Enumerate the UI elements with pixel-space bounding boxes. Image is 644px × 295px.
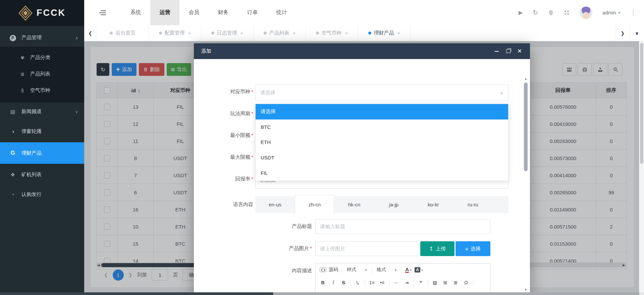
outdent-icon: ⇤: [391, 278, 401, 287]
sidebar-item-矿机列表[interactable]: ❖矿机列表: [0, 166, 84, 184]
bold-icon[interactable]: B: [318, 278, 328, 287]
tabs-scroll-left-button[interactable]: ❮: [84, 25, 97, 41]
sidebar-item-产品列表[interactable]: ≣产品列表: [0, 66, 84, 82]
toolbar-separator: [351, 279, 351, 286]
upload-button-label: 上传: [436, 246, 446, 252]
dropdown-option-USDT[interactable]: USDT: [256, 150, 508, 165]
dropdown-option-BTC[interactable]: BTC: [256, 119, 508, 135]
italic-icon[interactable]: I: [328, 278, 338, 287]
sidebar-toggle-button[interactable]: [84, 0, 121, 25]
sidebar-item-label: 矿机列表: [21, 171, 42, 178]
minimize-icon[interactable]: [494, 48, 500, 54]
caret-down-icon: ▾: [365, 268, 367, 272]
tab-close-icon[interactable]: ×: [397, 30, 400, 36]
news-icon: ▤: [9, 109, 17, 115]
sidebar-item-产品管理[interactable]: P产品管理∧: [0, 29, 84, 47]
sidebar-item-空气币种[interactable]: §空气币种: [0, 82, 84, 99]
page-tab[interactable]: 后台首页: [97, 25, 149, 41]
sidebar-item-弹窗轮播[interactable]: ◑弹窗轮播: [0, 122, 84, 140]
indent-icon[interactable]: ⇥: [401, 278, 412, 287]
tab-dot-icon: [368, 32, 371, 35]
maximize-icon[interactable]: [505, 48, 511, 54]
tab-dot-icon: [211, 32, 214, 35]
user-name: admin: [602, 10, 616, 15]
lang-tab-zh-cn[interactable]: zh-cn: [295, 195, 334, 214]
dropdown-option-FIL[interactable]: FIL: [256, 165, 508, 181]
page-tab[interactable]: 理财产品×: [358, 25, 411, 41]
sidebar-item-认购发行[interactable]: ◔认购发行: [0, 186, 84, 203]
table-icon[interactable]: ⊞: [440, 278, 450, 287]
caret-down-icon: ▾: [618, 10, 620, 15]
text-color-icon[interactable]: A▾: [403, 265, 414, 275]
lang-tab-en-us[interactable]: en-us: [255, 196, 295, 213]
page-vertical-scrollbar[interactable]: [639, 41, 644, 292]
dialog-scrollbar[interactable]: ▲ ▼: [524, 77, 528, 292]
play-icon[interactable]: ▶: [519, 9, 523, 16]
sidebar-item-新闻频道[interactable]: ▤新闻频道∨: [0, 103, 84, 120]
dialog-header[interactable]: 添加 ✕: [194, 43, 530, 59]
dropdown-option-ETH[interactable]: ETH: [256, 135, 508, 150]
field-label-最大限额: 最大限额*: [194, 154, 253, 160]
fullscreen-icon[interactable]: [564, 10, 570, 15]
page-tab[interactable]: 日志管理×: [201, 25, 254, 41]
image-icon[interactable]: ▨: [430, 278, 440, 287]
kebab-menu-icon[interactable]: ⋮: [630, 9, 637, 16]
format-select[interactable]: 格式▾: [374, 265, 400, 275]
hr-icon[interactable]: ≣: [450, 278, 461, 287]
nav-item-5[interactable]: 订单: [238, 0, 267, 25]
source-button[interactable]: ❮❯ 源码: [318, 267, 340, 273]
scrollbar-thumb[interactable]: [524, 83, 528, 171]
lang-tab-ja-jp[interactable]: ja-jp: [374, 196, 414, 213]
blockquote-icon[interactable]: ❝: [416, 278, 426, 287]
nav-item-6[interactable]: 统计: [267, 0, 296, 25]
page-tab[interactable]: 产品列表×: [254, 25, 306, 41]
scroll-down-icon[interactable]: ▼: [524, 288, 528, 292]
tab-close-icon[interactable]: ×: [188, 30, 191, 36]
trash-icon[interactable]: [548, 10, 554, 15]
choose-button[interactable]: ≡ 选择: [455, 241, 490, 256]
lang-tab-ru-ru[interactable]: ru-ru: [453, 196, 493, 213]
refresh-icon[interactable]: ↻: [533, 9, 538, 16]
dropdown-option-请选择[interactable]: 请选择: [256, 104, 508, 119]
field-label-回报率: 回报率*: [194, 176, 253, 182]
product-title-input[interactable]: 请输入标题: [315, 219, 490, 234]
nav-item-2[interactable]: 运营: [150, 0, 179, 25]
tab-close-icon[interactable]: ×: [293, 30, 296, 36]
bullet-list-icon[interactable]: •≡: [377, 278, 387, 287]
scrollbar-corner: [639, 292, 644, 295]
tab-close-icon[interactable]: ×: [240, 30, 244, 36]
product-title-label: 产品标题: [194, 223, 312, 230]
pie-icon: ◔: [9, 192, 17, 197]
lang-tab-hk-cn[interactable]: hk-cn: [334, 196, 374, 213]
sidebar-item-理财产品[interactable]: G理财产品: [0, 142, 84, 164]
page-horizontal-scrollbar[interactable]: [0, 292, 644, 295]
product-image-input[interactable]: 请上传图片: [315, 241, 419, 256]
page-tab[interactable]: 空气币种×: [306, 25, 358, 41]
nav-item-3[interactable]: 会员: [179, 0, 209, 25]
sidebar-item-产品分类[interactable]: ✾产品分类: [0, 49, 84, 66]
navbar-right: ▶ ↻ admin ▾ ⋮: [519, 0, 644, 25]
lang-tab-ko-kr[interactable]: ko-kr: [414, 196, 453, 213]
strike-icon[interactable]: S: [338, 278, 349, 287]
page-tab[interactable]: 配置管理×: [149, 25, 201, 41]
tab-label: 后台首页: [115, 30, 136, 36]
tabs-scroll-right-button[interactable]: ❯: [615, 25, 630, 41]
bg-color-icon[interactable]: A▾: [414, 265, 424, 275]
tab-close-icon[interactable]: ×: [345, 30, 348, 36]
list-icon: ≣: [19, 71, 26, 77]
scrollbar-thumb[interactable]: [640, 43, 643, 164]
style-select[interactable]: 样式▾: [344, 265, 370, 275]
special-char-icon[interactable]: Ω: [461, 278, 471, 287]
close-icon[interactable]: ✕: [517, 48, 523, 54]
nav-item-1[interactable]: 系统: [121, 0, 150, 25]
upload-button[interactable]: ↥ 上传: [420, 241, 454, 256]
scroll-up-icon[interactable]: ▲: [524, 77, 528, 81]
remove-format-icon[interactable]: Iₓ: [353, 278, 363, 287]
ordered-list-icon[interactable]: 1≡: [367, 278, 377, 287]
user-menu[interactable]: admin ▾: [602, 10, 620, 15]
user-avatar[interactable]: [580, 6, 592, 19]
scrollbar-thumb[interactable]: [0, 292, 273, 295]
tabs-menu-button[interactable]: ∨: [630, 25, 644, 41]
currency-select[interactable]: 请选择▲: [255, 85, 508, 101]
nav-item-4[interactable]: 财务: [209, 0, 238, 25]
